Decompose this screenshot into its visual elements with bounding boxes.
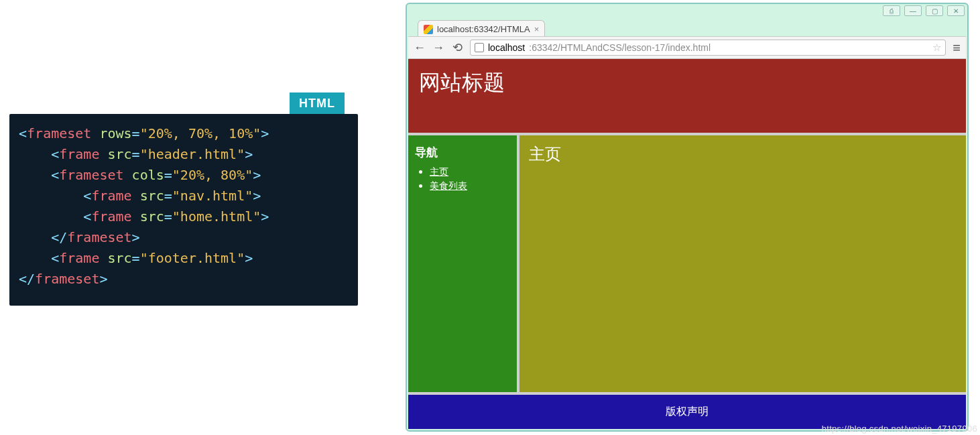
nav-item: 主页: [430, 166, 510, 178]
reload-button[interactable]: ⟲: [451, 40, 463, 55]
close-icon[interactable]: ✕: [947, 5, 965, 16]
browser-window: ⎙ — ▢ ✕ localhost:63342/HTMLA × ← → ⟲ lo…: [406, 3, 969, 432]
site-title: 网站标题: [419, 70, 505, 95]
window-controls: ⎙ — ▢ ✕: [883, 4, 967, 19]
forward-button[interactable]: →: [432, 41, 444, 55]
nav-list: 主页美食列表: [415, 166, 510, 192]
minimize-icon[interactable]: —: [904, 5, 922, 16]
browser-toolbar: ← → ⟲ localhost:63342/HTMLAndCSS/lesson-…: [408, 36, 966, 59]
favicon-icon: [424, 25, 433, 34]
nav-link[interactable]: 美食列表: [430, 180, 467, 191]
maximize-icon[interactable]: ▢: [926, 5, 943, 16]
frame-nav: 导航 主页美食列表: [408, 133, 519, 391]
menu-icon[interactable]: ≡: [953, 40, 961, 56]
frame-header: 网站标题: [408, 59, 966, 133]
print-icon[interactable]: ⎙: [883, 5, 900, 16]
tab-title: localhost:63342/HTMLA: [437, 24, 530, 34]
page-viewport: 网站标题 导航 主页美食列表 主页 版权声明: [408, 59, 966, 429]
footer-text: 版权声明: [666, 405, 709, 419]
back-button[interactable]: ←: [414, 41, 426, 55]
frame-middle-row: 导航 主页美食列表 主页: [408, 133, 966, 391]
url-path: :63342/HTMLAndCSS/lesson-17/index.html: [529, 42, 711, 53]
code-snippet: HTML <frameset rows="20%, 70%, 10%"> <fr…: [9, 114, 358, 306]
frame-footer: 版权声明: [408, 392, 966, 429]
tab-strip: localhost:63342/HTMLA ×: [418, 17, 545, 38]
code-language-badge: HTML: [290, 92, 345, 114]
address-bar[interactable]: localhost:63342/HTMLAndCSS/lesson-17/ind…: [470, 40, 946, 56]
tab-close-icon[interactable]: ×: [534, 24, 540, 34]
url-host: localhost: [488, 42, 525, 53]
home-title: 主页: [529, 145, 561, 163]
bookmark-star-icon[interactable]: ☆: [932, 42, 941, 54]
frame-home: 主页: [519, 133, 966, 391]
browser-tab[interactable]: localhost:63342/HTMLA ×: [418, 20, 545, 38]
nav-item: 美食列表: [430, 180, 510, 192]
code-block: <frameset rows="20%, 70%, 10%"> <frame s…: [9, 114, 358, 306]
nav-heading: 导航: [415, 145, 510, 160]
page-icon: [475, 43, 484, 52]
nav-link[interactable]: 主页: [430, 166, 448, 177]
